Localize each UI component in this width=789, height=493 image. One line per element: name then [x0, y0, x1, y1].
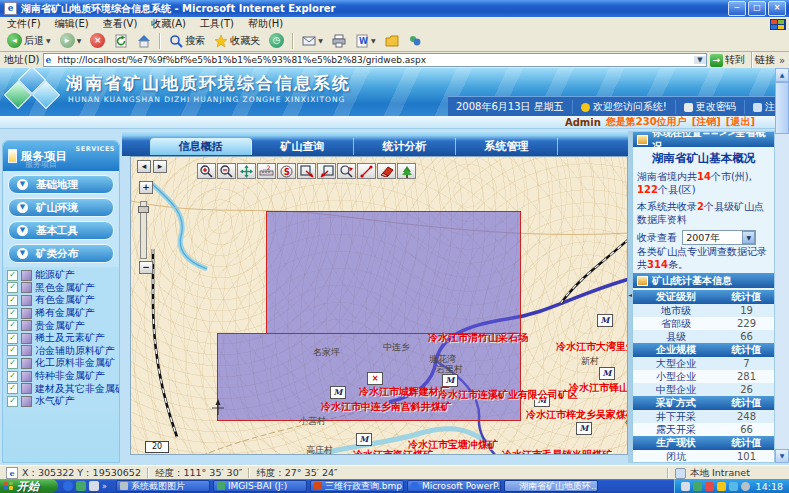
- refresh-button[interactable]: [111, 33, 131, 49]
- tray-alert-icon[interactable]: [705, 482, 714, 491]
- menu-item[interactable]: 收藏(A): [144, 17, 193, 31]
- logout-text-link[interactable]: [注销]: [692, 115, 721, 129]
- year-select[interactable]: 2007年 ▼: [682, 230, 756, 245]
- module-tab[interactable]: 矿山查询: [252, 138, 354, 155]
- draw-line-tool[interactable]: [357, 163, 376, 179]
- history-button[interactable]: ◷: [266, 32, 287, 49]
- start-button[interactable]: 开始: [0, 479, 58, 493]
- home-button[interactable]: [134, 33, 154, 49]
- checkbox-checked-icon[interactable]: ✓: [7, 371, 18, 382]
- stats-row[interactable]: 地市级 19: [633, 304, 774, 317]
- pan-right-button[interactable]: ▸: [153, 160, 167, 173]
- chevron-down-icon[interactable]: ▼: [742, 231, 755, 244]
- stats-row[interactable]: 大型企业 7: [633, 357, 774, 370]
- folders-button[interactable]: [382, 33, 402, 49]
- close-button[interactable]: ×: [768, 1, 786, 16]
- checkbox-checked-icon[interactable]: ✓: [7, 270, 18, 281]
- quick-launch-more-icon[interactable]: »: [102, 482, 107, 491]
- menu-item[interactable]: 查看(V): [96, 17, 145, 31]
- quick-mail-icon[interactable]: [89, 481, 99, 491]
- tray-printer-icon[interactable]: [681, 482, 690, 491]
- stats-row[interactable]: 露天开采 66: [633, 423, 774, 436]
- stats-row[interactable]: 生产现状 统计值: [633, 436, 774, 450]
- address-input[interactable]: e http://localhost/%e7%9f%bf%e5%b1%b1%e5…: [43, 53, 707, 67]
- mine-marker-m[interactable]: M: [597, 314, 613, 327]
- taskbar-task-button[interactable]: Microsoft PowerP...: [407, 480, 501, 492]
- mine-name-label[interactable]: 冷水江市资江煤矿: [353, 448, 433, 455]
- favorites-button[interactable]: 收藏夹: [211, 33, 263, 49]
- minimize-button[interactable]: ─: [728, 1, 746, 16]
- tray-volume-icon[interactable]: [741, 482, 750, 491]
- stats-row[interactable]: 发证级别 统计值: [633, 290, 774, 304]
- zoom-minus-button[interactable]: −: [139, 261, 153, 274]
- logout-link[interactable]: 注销: [745, 100, 775, 114]
- zoom-out-tool[interactable]: [217, 163, 236, 179]
- quick-desktop-icon[interactable]: [76, 481, 86, 491]
- menu-item[interactable]: 工具(T): [193, 17, 241, 31]
- checkbox-checked-icon[interactable]: ✓: [7, 358, 18, 369]
- stats-row[interactable]: 中型企业 26: [633, 383, 774, 396]
- maximize-button[interactable]: □: [748, 1, 766, 16]
- layer-item[interactable]: ✓ 稀有金属矿产: [7, 307, 119, 320]
- stats-row[interactable]: 小型企业 281: [633, 370, 774, 383]
- sidebar-section-button[interactable]: ▼ 矿山环境: [8, 198, 114, 217]
- scroll-down-icon[interactable]: ▼: [775, 449, 789, 463]
- back-button[interactable]: ◂ 后退▼: [4, 32, 54, 49]
- menu-item[interactable]: 帮助(H): [241, 17, 290, 31]
- forward-button[interactable]: ▸ ▼: [57, 32, 85, 49]
- address-dropdown-icon[interactable]: ▼: [694, 56, 706, 64]
- mine-marker-m[interactable]: M: [330, 386, 346, 399]
- checkbox-checked-icon[interactable]: ✓: [7, 383, 18, 394]
- mail-button[interactable]: ▼: [299, 33, 326, 49]
- layer-item[interactable]: ✓ 有色金属矿产: [7, 294, 119, 307]
- section-tool[interactable]: S: [277, 163, 296, 179]
- checkbox-checked-icon[interactable]: ✓: [7, 295, 18, 306]
- taskbar-task-button[interactable]: 系统截图图片: [116, 480, 210, 492]
- mine-name-label[interactable]: 冷水江市城辉建材厂: [359, 385, 449, 399]
- checkbox-checked-icon[interactable]: ✓: [7, 282, 18, 293]
- stats-row[interactable]: 企业规模 统计值: [633, 343, 774, 357]
- zoom-plus-button[interactable]: +: [139, 181, 153, 194]
- zoom-slider[interactable]: [140, 201, 147, 259]
- module-tab[interactable]: 系统管理: [456, 138, 558, 155]
- stats-row[interactable]: 省部级 229: [633, 317, 774, 330]
- checkbox-checked-icon[interactable]: ✓: [7, 308, 18, 319]
- mine-name-label[interactable]: 冷水江市大湾里煤矿: [556, 340, 628, 354]
- layer-item[interactable]: ✓ 冶金辅助原料矿产: [7, 345, 119, 358]
- module-tab[interactable]: 信息概括: [150, 138, 252, 155]
- pan-left-button[interactable]: ◂: [137, 160, 151, 173]
- mine-name-label[interactable]: 冷水江市中连乡南宫斜井煤矿: [321, 400, 451, 414]
- layer-item[interactable]: ✓ 建材及其它非金属矿物: [7, 382, 119, 395]
- scroll-up-icon[interactable]: ▲: [775, 68, 789, 82]
- sidebar-section-button[interactable]: ▼ 矿类分布: [8, 244, 114, 263]
- gis-map-viewport[interactable]: MMMMMMMMMMMMMMM × S 名家坪中连乡塘花湾岩里村新村毛坪村大湾里…: [130, 156, 628, 455]
- taskbar-task-button[interactable]: 湖南省矿山地质环...: [504, 480, 598, 492]
- sidebar-section-button[interactable]: ▼ 基本工具: [8, 221, 114, 240]
- mine-marker-m[interactable]: M: [599, 367, 615, 380]
- messenger-button[interactable]: [405, 33, 425, 49]
- map-selection-rectangle[interactable]: [266, 211, 521, 334]
- mine-marker-m[interactable]: M: [576, 422, 592, 435]
- layer-item[interactable]: ✓ 水气矿产: [7, 395, 119, 408]
- module-tab[interactable]: 统计分析: [354, 138, 456, 155]
- print-button[interactable]: [329, 33, 349, 49]
- window-titlebar[interactable]: e 湖南省矿山地质环境综合信息系统 - Microsoft Internet E…: [0, 0, 789, 17]
- scrollbar-thumb[interactable]: [775, 82, 789, 134]
- legend-tree-tool[interactable]: [397, 163, 416, 179]
- exit-text-link[interactable]: [退出]: [726, 115, 755, 129]
- checkbox-checked-icon[interactable]: ✓: [7, 345, 18, 356]
- stop-button[interactable]: ×: [87, 32, 108, 49]
- identify-tool[interactable]: [337, 163, 356, 179]
- go-button[interactable]: → 转到: [710, 53, 745, 67]
- tray-network-icon[interactable]: [729, 482, 738, 491]
- quick-ie-icon[interactable]: [63, 481, 73, 491]
- mine-name-label[interactable]: 冷水江市渭竹山采石场: [428, 331, 528, 345]
- layer-item[interactable]: ✓ 化工原料非金属矿: [7, 357, 119, 370]
- layer-item[interactable]: ✓ 贵金属矿产: [7, 319, 119, 332]
- mine-name-label[interactable]: 冷水江市毛易镇光明煤矿: [502, 448, 612, 455]
- select-rect-tool[interactable]: [297, 163, 316, 179]
- checkbox-checked-icon[interactable]: ✓: [7, 333, 18, 344]
- edit-button[interactable]: W ▼: [352, 33, 379, 49]
- eraser-tool[interactable]: [377, 163, 396, 179]
- layer-item[interactable]: ✓ 黑色金属矿产: [7, 282, 119, 295]
